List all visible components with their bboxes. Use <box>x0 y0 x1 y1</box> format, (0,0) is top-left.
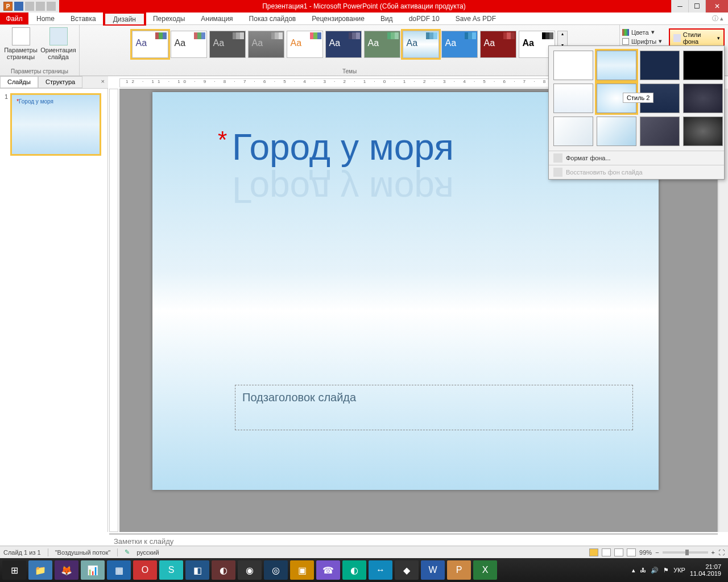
spellcheck-icon[interactable]: ✎ <box>125 548 130 556</box>
slides-panel: 1 *Город у моря <box>0 89 108 532</box>
tab-slideshow[interactable]: Показ слайдов <box>241 13 304 24</box>
bg-style-1[interactable] <box>553 51 593 80</box>
theme-thumb[interactable]: Aa <box>441 31 478 58</box>
theme-thumb[interactable]: Aa <box>403 31 439 58</box>
status-language[interactable]: русский <box>136 549 159 556</box>
tray-network-icon[interactable]: 🖧 <box>640 567 646 573</box>
view-reading-button[interactable] <box>614 548 623 556</box>
tray-clock[interactable]: 21:07 11.04.2019 <box>690 563 721 577</box>
taskbar-chrome[interactable]: ◉ <box>238 560 262 580</box>
minimize-button[interactable]: ─ <box>671 0 688 13</box>
taskbar-app5[interactable]: ◐ <box>342 560 366 580</box>
theme-thumb[interactable]: Aa <box>480 31 516 58</box>
taskbar-steam[interactable]: ◎ <box>264 560 288 580</box>
bg-style-10[interactable] <box>597 117 636 146</box>
maximize-button[interactable]: ☐ <box>688 0 705 13</box>
view-slideshow-button[interactable] <box>627 548 636 556</box>
orientation-label: Ориентация слайда <box>40 47 76 60</box>
left-pane-close[interactable]: × <box>98 76 108 88</box>
redo-icon[interactable] <box>36 2 45 11</box>
slide-orientation-button[interactable]: Ориентация слайда <box>41 27 76 60</box>
slide-thumbnail-1[interactable]: 1 *Город у моря <box>5 93 103 156</box>
fonts-button[interactable]: Шрифты ▾ <box>622 38 663 45</box>
taskbar-firefox[interactable]: 🦊 <box>55 560 78 580</box>
tray-volume-icon[interactable]: 🔊 <box>651 567 659 574</box>
bg-style-11[interactable] <box>640 117 680 146</box>
tab-review[interactable]: Рецензирование <box>304 13 373 24</box>
powerpoint-icon[interactable]: P <box>3 2 13 11</box>
qat-dropdown-icon[interactable] <box>47 2 56 11</box>
tab-outline[interactable]: Структура <box>38 76 82 88</box>
bg-style-4[interactable] <box>683 51 723 80</box>
theme-thumb[interactable]: Aa <box>287 31 323 58</box>
taskbar-app3[interactable]: ◐ <box>212 560 235 580</box>
tab-design[interactable]: Дизайн <box>104 13 145 24</box>
bg-style-8[interactable] <box>683 84 723 113</box>
tab-home[interactable]: Home <box>28 13 63 24</box>
taskbar-vbox[interactable]: ◧ <box>185 560 209 580</box>
group-themes: Aa Aa Aa Aa Aa Aa Aa Aa Aa Aa Aa ▴ ▾ ▾ Т… <box>80 25 620 76</box>
bg-style-3[interactable] <box>640 51 680 80</box>
colors-button[interactable]: Цвета ▾ <box>622 28 663 36</box>
background-styles-dropdown: Стиль 2 Формат фона... Восстановить фон … <box>548 45 725 180</box>
slide-title-reflection: Город у моря <box>232 169 454 211</box>
group-label-themes: Темы <box>342 68 357 74</box>
bg-style-9[interactable] <box>553 117 593 146</box>
theme-thumb[interactable]: Aa <box>364 31 400 58</box>
slide-subtitle-placeholder[interactable]: Подзаголовок слайда <box>235 385 633 430</box>
theme-thumb[interactable]: Aa <box>248 31 284 58</box>
taskbar-viber[interactable]: ☎ <box>316 560 340 580</box>
taskbar-word[interactable]: W <box>421 560 445 580</box>
taskbar-opera[interactable]: O <box>133 560 157 580</box>
taskbar-skype[interactable]: S <box>159 560 183 580</box>
taskbar-powerpoint[interactable]: P <box>447 560 471 580</box>
taskbar-app6[interactable]: ◆ <box>395 560 419 580</box>
window-title: Презентация1 - Microsoft PowerPoint (Сбо… <box>262 2 466 10</box>
tab-saveaspdf[interactable]: Save As PDF <box>448 13 504 24</box>
taskbar-app2[interactable]: ▦ <box>107 560 131 580</box>
tab-view[interactable]: Вид <box>373 13 401 24</box>
theme-thumb[interactable]: Aa <box>209 31 246 58</box>
ribbon-help-icon[interactable]: ⓘ ▴ <box>712 14 723 23</box>
taskbar-explorer[interactable]: 📁 <box>28 560 52 580</box>
taskbar-app[interactable]: 📊 <box>81 560 105 580</box>
tray-chevron-icon[interactable]: ▴ <box>632 567 635 574</box>
theme-thumb[interactable]: Aa <box>171 31 207 58</box>
taskbar-teamviewer[interactable]: ↔ <box>369 560 392 580</box>
fit-window-button[interactable]: ⛶ <box>718 549 725 556</box>
bg-style-2[interactable] <box>597 51 636 80</box>
zoom-slider[interactable] <box>663 551 708 554</box>
theme-thumb[interactable]: Aa <box>325 31 362 58</box>
tab-insert[interactable]: Вставка <box>63 13 104 24</box>
theme-gallery[interactable]: Aa Aa Aa Aa Aa Aa Aa Aa Aa Aa Aa ▴ ▾ ▾ <box>129 27 571 67</box>
tab-transitions[interactable]: Переходы <box>145 13 193 24</box>
background-styles-button[interactable]: Стили фона <box>669 28 725 48</box>
close-button[interactable]: ✕ <box>705 0 728 13</box>
slide-title[interactable]: Город у моря <box>232 126 454 168</box>
tray-language[interactable]: УКР <box>673 567 685 573</box>
title-bar: P Презентация1 - Microsoft PowerPoint (С… <box>0 0 728 13</box>
view-normal-button[interactable] <box>589 548 598 556</box>
zoom-in-button[interactable]: + <box>712 549 715 556</box>
taskbar-excel[interactable]: X <box>473 560 497 580</box>
format-background-menu[interactable]: Формат фона... <box>549 151 724 165</box>
tab-slides[interactable]: Слайды <box>0 76 38 88</box>
status-slide-count: Слайд 1 из 1 <box>3 549 41 556</box>
tray-flag-icon[interactable]: ⚑ <box>663 567 669 574</box>
bg-style-12[interactable] <box>683 117 723 146</box>
taskbar-app4[interactable]: ▣ <box>290 560 314 580</box>
tab-file[interactable]: Файл <box>0 13 28 24</box>
tab-animation[interactable]: Анимация <box>193 13 241 24</box>
start-button[interactable]: ⊞ <box>2 560 26 580</box>
thumb-preview[interactable]: *Город у моря <box>10 93 101 156</box>
bg-style-5[interactable] <box>553 84 593 113</box>
zoom-out-button[interactable]: − <box>655 549 659 556</box>
tab-dopdf[interactable]: doPDF 10 <box>401 13 448 24</box>
view-sorter-button[interactable] <box>602 548 611 556</box>
page-setup-label: Параметры страницы <box>3 47 39 60</box>
group-page-setup: Параметры страницы Ориентация слайда Пар… <box>0 25 80 76</box>
page-setup-button[interactable]: Параметры страницы <box>3 27 39 60</box>
undo-icon[interactable] <box>25 2 34 11</box>
theme-thumb[interactable]: Aa <box>132 31 168 58</box>
save-icon[interactable] <box>14 2 23 11</box>
